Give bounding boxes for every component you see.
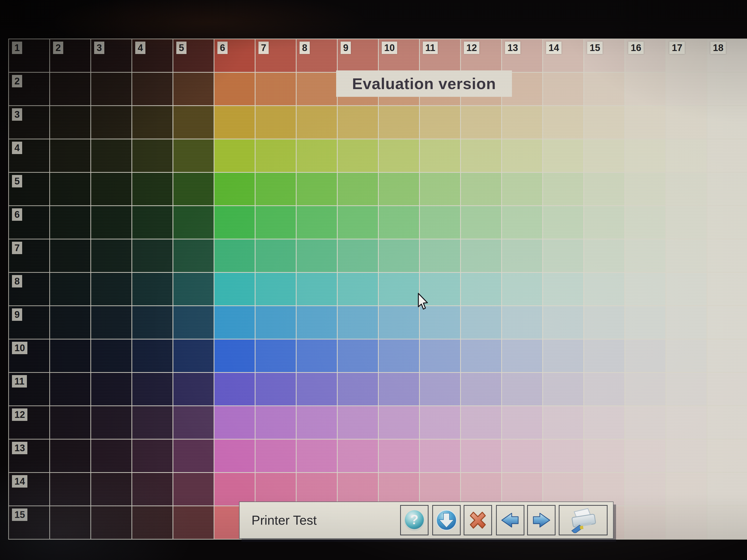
color-cell[interactable] xyxy=(256,406,296,439)
color-cell[interactable] xyxy=(338,206,378,239)
color-cell[interactable] xyxy=(543,239,584,272)
color-cell[interactable] xyxy=(707,173,747,205)
color-cell[interactable] xyxy=(214,406,255,439)
color-cell[interactable] xyxy=(666,239,707,272)
color-cell[interactable] xyxy=(666,373,707,405)
color-cell[interactable]: 17 xyxy=(666,39,707,72)
color-cell[interactable] xyxy=(379,306,419,339)
color-cell[interactable] xyxy=(461,439,501,472)
color-cell[interactable]: 16 xyxy=(625,39,666,72)
color-cell[interactable] xyxy=(297,239,337,272)
color-cell[interactable] xyxy=(584,373,624,405)
color-cell[interactable] xyxy=(173,506,214,539)
color-cell[interactable] xyxy=(338,139,378,172)
color-cell[interactable] xyxy=(543,173,584,205)
color-cell[interactable] xyxy=(379,106,419,139)
color-cell[interactable] xyxy=(625,473,666,506)
color-cell[interactable] xyxy=(132,106,173,139)
color-cell[interactable] xyxy=(297,173,337,205)
color-cell[interactable] xyxy=(584,139,624,172)
color-cell[interactable] xyxy=(256,273,296,305)
color-cell[interactable] xyxy=(50,273,91,305)
color-cell[interactable] xyxy=(420,173,460,205)
color-cell[interactable] xyxy=(420,139,460,172)
color-cell[interactable]: 6 xyxy=(9,206,49,239)
color-cell[interactable]: 3 xyxy=(9,106,49,139)
color-cell[interactable] xyxy=(502,306,542,339)
color-cell[interactable] xyxy=(91,206,131,239)
print-button[interactable] xyxy=(559,505,608,535)
color-cell[interactable] xyxy=(91,306,131,339)
color-cell[interactable]: 1 xyxy=(9,39,49,72)
color-cell[interactable] xyxy=(420,439,460,472)
color-cell[interactable] xyxy=(584,239,624,272)
color-cell[interactable] xyxy=(543,73,584,105)
color-cell[interactable] xyxy=(461,406,501,439)
color-cell[interactable] xyxy=(132,406,173,439)
color-cell[interactable] xyxy=(379,439,419,472)
color-cell[interactable] xyxy=(707,506,747,539)
color-cell[interactable] xyxy=(297,306,337,339)
color-cell[interactable]: 5 xyxy=(173,39,214,72)
color-cell[interactable] xyxy=(173,173,214,205)
color-cell[interactable] xyxy=(297,373,337,405)
color-cell[interactable] xyxy=(214,139,255,172)
color-cell[interactable] xyxy=(543,106,584,139)
back-button[interactable] xyxy=(496,505,524,535)
forward-button[interactable] xyxy=(527,505,556,535)
color-cell[interactable] xyxy=(338,106,378,139)
color-cell[interactable] xyxy=(132,239,173,272)
color-cell[interactable] xyxy=(625,239,666,272)
color-cell[interactable] xyxy=(584,273,624,305)
color-cell[interactable] xyxy=(50,106,91,139)
color-cell[interactable] xyxy=(214,106,255,139)
color-cell[interactable] xyxy=(707,73,747,105)
color-cell[interactable] xyxy=(502,439,542,472)
color-cell[interactable]: 8 xyxy=(9,273,49,305)
color-cell[interactable] xyxy=(420,340,460,372)
color-cell[interactable] xyxy=(379,206,419,239)
color-cell[interactable] xyxy=(543,206,584,239)
color-cell[interactable] xyxy=(214,239,255,272)
color-cell[interactable]: 10 xyxy=(9,340,49,372)
color-cell[interactable] xyxy=(338,406,378,439)
color-cell[interactable] xyxy=(666,506,707,539)
color-cell[interactable] xyxy=(707,340,747,372)
color-cell[interactable] xyxy=(543,306,584,339)
color-cell[interactable] xyxy=(132,340,173,372)
color-cell[interactable] xyxy=(214,306,255,339)
color-cell[interactable] xyxy=(625,340,666,372)
cancel-button[interactable] xyxy=(464,505,492,535)
color-cell[interactable] xyxy=(338,173,378,205)
color-cell[interactable] xyxy=(338,373,378,405)
color-cell[interactable] xyxy=(338,239,378,272)
color-cell[interactable] xyxy=(256,373,296,405)
color-cell[interactable]: 5 xyxy=(9,173,49,205)
color-cell[interactable] xyxy=(502,340,542,372)
color-cell[interactable] xyxy=(173,106,214,139)
color-cell[interactable] xyxy=(173,406,214,439)
color-cell[interactable] xyxy=(256,206,296,239)
color-cell[interactable] xyxy=(461,473,501,506)
color-cell[interactable] xyxy=(461,139,501,172)
color-cell[interactable]: 8 xyxy=(297,39,337,72)
color-cell[interactable] xyxy=(91,406,131,439)
color-cell[interactable] xyxy=(543,373,584,405)
color-cell[interactable] xyxy=(584,306,624,339)
color-cell[interactable] xyxy=(132,473,173,506)
color-cell[interactable] xyxy=(338,473,378,506)
color-cell[interactable] xyxy=(584,406,624,439)
color-cell[interactable] xyxy=(625,373,666,405)
color-cell[interactable] xyxy=(543,406,584,439)
color-cell[interactable] xyxy=(502,206,542,239)
color-cell[interactable] xyxy=(91,273,131,305)
color-cell[interactable] xyxy=(420,373,460,405)
color-cell[interactable] xyxy=(625,273,666,305)
color-cell[interactable] xyxy=(584,173,624,205)
color-cell[interactable] xyxy=(214,473,255,506)
color-cell[interactable] xyxy=(50,340,91,372)
color-cell[interactable] xyxy=(173,139,214,172)
help-button[interactable]: ? xyxy=(400,505,429,535)
color-cell[interactable] xyxy=(666,106,707,139)
color-cell[interactable] xyxy=(666,406,707,439)
